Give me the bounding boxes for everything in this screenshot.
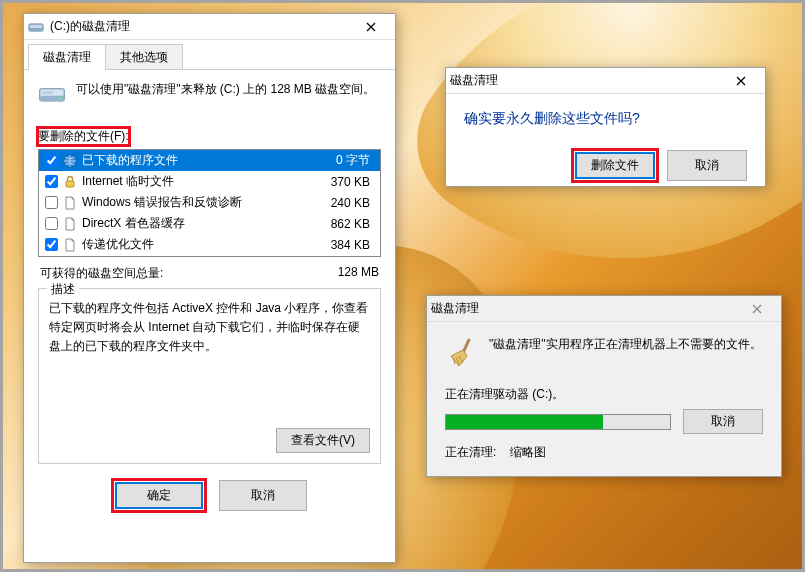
file-checkbox[interactable]	[45, 175, 58, 188]
file-item[interactable]: DirectX 着色器缓存862 KB	[39, 213, 380, 234]
file-size: 862 KB	[331, 217, 374, 231]
close-icon	[752, 304, 762, 314]
file-label: DirectX 着色器缓存	[82, 215, 326, 232]
description-legend: 描述	[47, 281, 79, 298]
view-files-button[interactable]: 查看文件(V)	[276, 428, 370, 453]
file-icon	[63, 196, 77, 210]
description-text: 已下载的程序文件包括 ActiveX 控件和 Java 小程序，你查看特定网页时…	[49, 299, 370, 357]
drive-icon	[38, 80, 66, 108]
cancel-button[interactable]: 取消	[219, 480, 307, 511]
tab-other-options[interactable]: 其他选项	[105, 44, 183, 69]
file-checkbox[interactable]	[45, 217, 58, 230]
file-checkbox[interactable]	[45, 238, 58, 251]
globe-icon	[63, 154, 77, 168]
close-button[interactable]	[721, 69, 761, 93]
broom-icon	[445, 336, 477, 368]
file-item[interactable]: Internet 临时文件370 KB	[39, 171, 380, 192]
close-icon	[736, 76, 746, 86]
file-size: 0 字节	[336, 152, 374, 169]
tab-row: 磁盘清理 其他选项	[24, 40, 395, 70]
cleaning-drive-label: 正在清理驱动器 (C:)。	[445, 386, 763, 403]
file-size: 384 KB	[331, 238, 374, 252]
titlebar: (C:)的磁盘清理	[24, 14, 395, 40]
file-label: 传递优化文件	[82, 236, 326, 253]
dialog-title: 磁盘清理	[450, 72, 721, 89]
file-checkbox[interactable]	[45, 154, 58, 167]
status-line: 正在清理: 缩略图	[445, 444, 763, 461]
disk-cleanup-window: (C:)的磁盘清理 磁盘清理 其他选项 可以使用"磁盘清理"来释放 (C:) 上…	[23, 13, 396, 563]
file-label: 已下载的程序文件	[82, 152, 331, 169]
file-icon	[63, 238, 77, 252]
info-text: 可以使用"磁盘清理"来释放 (C:) 上的 128 MB 磁盘空间。	[76, 80, 375, 98]
description-group: 描述 已下载的程序文件包括 ActiveX 控件和 Java 小程序，你查看特定…	[38, 288, 381, 464]
titlebar: 磁盘清理	[446, 68, 765, 94]
total-label: 可获得的磁盘空间总量:	[40, 265, 163, 282]
progress-bar	[445, 414, 671, 430]
status-prefix: 正在清理:	[445, 445, 496, 459]
file-label: Internet 临时文件	[82, 173, 326, 190]
window-title: (C:)的磁盘清理	[50, 18, 351, 35]
cancel-button[interactable]: 取消	[667, 150, 747, 181]
file-item[interactable]: Windows 错误报告和反馈诊断240 KB	[39, 192, 380, 213]
titlebar: 磁盘清理	[427, 296, 781, 322]
svg-rect-8	[66, 181, 74, 187]
status-item: 缩略图	[510, 445, 546, 459]
lock-icon	[63, 175, 77, 189]
file-size: 240 KB	[331, 196, 374, 210]
svg-point-2	[40, 28, 42, 30]
confirm-question: 确实要永久删除这些文件吗?	[464, 110, 747, 128]
progress-message: "磁盘清理"实用程序正在清理机器上不需要的文件。	[489, 336, 762, 353]
file-item[interactable]: 已下载的程序文件0 字节	[39, 150, 380, 171]
close-button[interactable]	[351, 15, 391, 39]
dialog-title: 磁盘清理	[431, 300, 737, 317]
ok-button[interactable]: 确定	[115, 482, 203, 509]
svg-point-5	[59, 97, 61, 99]
svg-rect-6	[42, 91, 53, 94]
close-button[interactable]	[737, 297, 777, 321]
file-size: 370 KB	[331, 175, 374, 189]
close-icon	[366, 22, 376, 32]
tab-disk-cleanup[interactable]: 磁盘清理	[28, 44, 106, 69]
cancel-button[interactable]: 取消	[683, 409, 763, 434]
file-list[interactable]: 已下载的程序文件0 字节Internet 临时文件370 KBWindows 错…	[38, 149, 381, 257]
file-icon	[63, 217, 77, 231]
total-value: 128 MB	[338, 265, 379, 282]
file-item[interactable]: 传递优化文件384 KB	[39, 234, 380, 255]
confirm-dialog: 磁盘清理 确实要永久删除这些文件吗? 删除文件 取消	[445, 67, 766, 187]
delete-files-button[interactable]: 删除文件	[575, 152, 655, 179]
file-label: Windows 错误报告和反馈诊断	[82, 194, 326, 211]
drive-icon-small	[28, 19, 44, 35]
progress-dialog: 磁盘清理 "磁盘清理"实用程序正在清理机器上不需要的文件。 正在清理驱动器 (C…	[426, 295, 782, 477]
file-checkbox[interactable]	[45, 196, 58, 209]
files-to-delete-label: 要删除的文件(F):	[38, 128, 129, 145]
progress-fill	[446, 415, 603, 429]
